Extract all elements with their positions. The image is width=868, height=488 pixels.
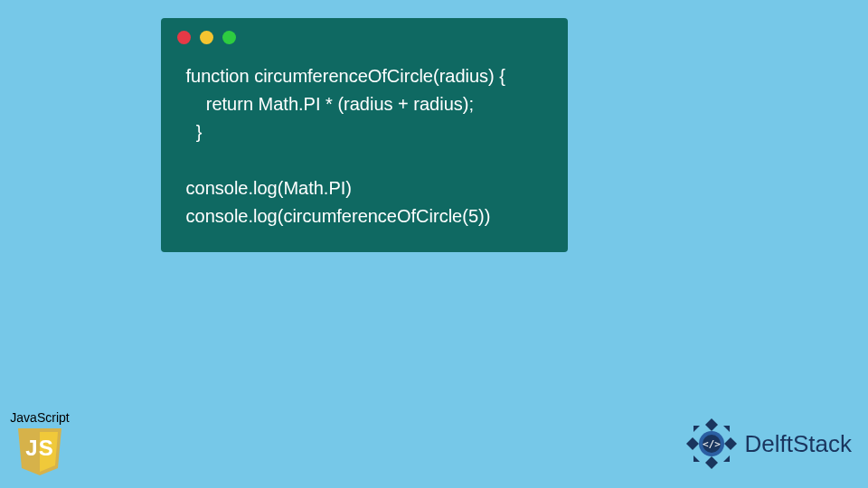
delftstack-branding: </> DelftStack [684, 416, 853, 472]
svg-marker-1 [705, 456, 718, 469]
javascript-label: JavaScript [7, 410, 72, 425]
svg-marker-6 [723, 455, 730, 462]
svg-marker-3 [724, 437, 737, 450]
code-line: } [181, 122, 202, 142]
svg-marker-7 [693, 455, 700, 462]
svg-marker-4 [693, 426, 700, 432]
code-line: console.log(Math.PI) [181, 178, 352, 198]
svg-marker-2 [686, 437, 699, 450]
code-block: function circumferenceOfCircle(radius) {… [161, 52, 568, 236]
svg-text:</>: </> [703, 438, 721, 450]
minimize-icon [200, 31, 213, 44]
maximize-icon [222, 31, 236, 44]
close-icon [177, 31, 191, 44]
code-line: function circumferenceOfCircle(radius) { [181, 66, 505, 86]
delftstack-text: DelftStack [745, 430, 853, 458]
delftstack-logo-icon: </> [684, 416, 740, 472]
javascript-badge: JavaScript JS [7, 410, 72, 477]
svg-marker-5 [723, 426, 730, 432]
svg-marker-0 [705, 418, 718, 431]
code-line: console.log(circumferenceOfCircle(5)) [181, 206, 490, 226]
window-controls [161, 18, 568, 52]
javascript-logo-text: JS [14, 436, 65, 461]
code-line: return Math.PI * (radius + radius); [181, 94, 474, 114]
code-window: function circumferenceOfCircle(radius) {… [161, 18, 568, 252]
javascript-logo-icon: JS [14, 427, 65, 477]
